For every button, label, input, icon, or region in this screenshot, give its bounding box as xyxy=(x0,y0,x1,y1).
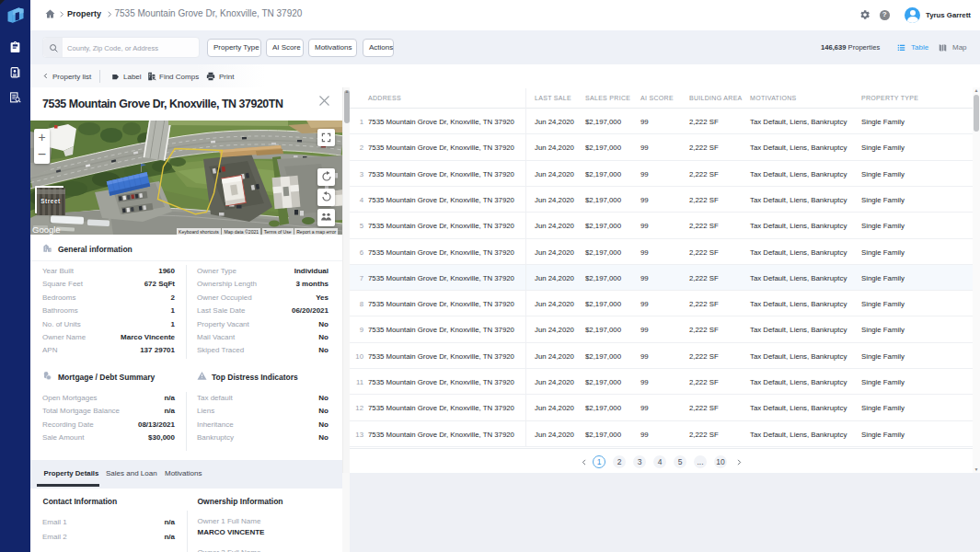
svg-text:Google: Google xyxy=(32,224,61,235)
